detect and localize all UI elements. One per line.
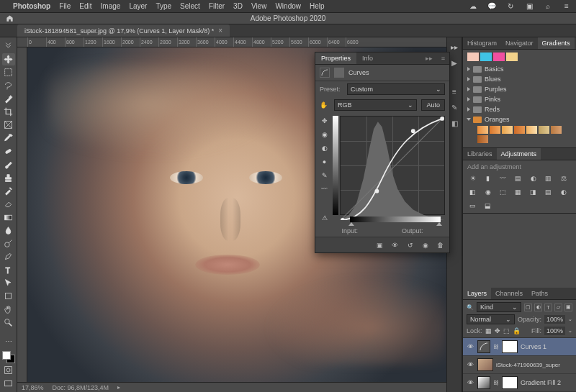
path-select-tool[interactable]	[2, 277, 15, 288]
eraser-tool[interactable]	[2, 199, 15, 210]
filter-pixel-icon[interactable]: ▢	[524, 304, 532, 311]
gradient-swatch[interactable]	[477, 135, 488, 143]
lock-artboard-icon[interactable]: ⬚	[503, 327, 510, 334]
menu-help[interactable]: Help	[310, 2, 325, 10]
layer-mask-thumbnail[interactable]	[502, 376, 518, 389]
gradient-folder-oranges[interactable]: Oranges	[467, 114, 572, 124]
gradient-swatch[interactable]	[467, 53, 479, 61]
edit-points-icon[interactable]: ✎	[320, 170, 329, 180]
gradient-swatch[interactable]	[514, 126, 525, 134]
menu-3d[interactable]: 3D	[233, 2, 243, 10]
tab-properties[interactable]: Properties	[315, 53, 356, 64]
brightness-adjustment-icon[interactable]: ☀	[467, 173, 478, 183]
colorlookup-adjustment-icon[interactable]: ▦	[513, 187, 523, 196]
threshold-adjustment-icon[interactable]: ◐	[558, 187, 569, 196]
dodge-tool[interactable]	[2, 237, 15, 249]
selectivecolor-adjustment-icon[interactable]: ⬓	[482, 201, 493, 210]
lock-pixels-icon[interactable]: ▦	[485, 327, 492, 334]
quickmask-icon[interactable]	[2, 365, 15, 376]
clip-icon[interactable]: ⚠	[320, 213, 329, 222]
home-button[interactable]	[4, 14, 14, 23]
posterize-adjustment-icon[interactable]: ▤	[543, 187, 554, 196]
menu-image[interactable]: Image	[101, 2, 121, 10]
menu-extras-icon[interactable]: ≡	[562, 2, 572, 10]
smooth-icon[interactable]: 〰	[320, 184, 329, 193]
tab-histogram[interactable]: Histogram	[463, 37, 501, 49]
heal-tool[interactable]	[2, 145, 15, 157]
menu-window[interactable]: Window	[275, 2, 301, 10]
zoom-tool[interactable]	[2, 316, 15, 328]
visibility-toggle-icon[interactable]: 👁	[466, 378, 474, 387]
link-mask-icon[interactable]: ⛓	[493, 344, 499, 350]
crop-tool[interactable]	[2, 106, 15, 117]
menu-layer[interactable]: Layer	[129, 2, 147, 10]
tab-paths[interactable]: Paths	[527, 288, 552, 299]
tab-libraries[interactable]: Libraries	[463, 148, 497, 160]
gradient-swatch[interactable]	[506, 53, 518, 61]
play-icon[interactable]: ▶	[449, 58, 459, 68]
gradient-swatch[interactable]	[477, 126, 488, 134]
frame-tool[interactable]	[2, 119, 15, 131]
input-gradient-strip[interactable]	[350, 216, 441, 222]
vibrance-adjustment-icon[interactable]: ◐	[528, 173, 539, 183]
hand-tool[interactable]	[2, 304, 15, 315]
chat-icon[interactable]: 💬	[487, 2, 497, 10]
expand-panels-icon[interactable]: ▸▸	[449, 42, 459, 52]
gradient-tool[interactable]	[2, 211, 15, 223]
brush-tool[interactable]	[2, 159, 15, 170]
bw-adjustment-icon[interactable]: ◧	[467, 187, 478, 196]
layer-name[interactable]: Gradient Fill 2	[521, 379, 561, 386]
menu-type[interactable]: Type	[156, 2, 171, 10]
layer-name[interactable]: Curves 1	[521, 343, 546, 350]
doc-size[interactable]: Doc: 96,8M/123,4M	[53, 384, 109, 391]
marquee-tool[interactable]	[2, 67, 15, 78]
sync-icon[interactable]: ↻	[505, 2, 516, 10]
layer-row[interactable]: 👁 iStock-471900639_super	[463, 356, 576, 374]
menu-select[interactable]: Select	[180, 2, 200, 10]
curves-graph[interactable]	[340, 116, 445, 215]
filter-smart-icon[interactable]: ▣	[564, 304, 572, 311]
wand-tool[interactable]	[2, 93, 15, 104]
gradient-swatch[interactable]	[490, 126, 500, 134]
zoom-level[interactable]: 17,86%	[22, 384, 44, 391]
gradient-swatch[interactable]	[526, 126, 537, 134]
document-tab[interactable]: iStock-181894581_super.jpg @ 17,9% (Curv…	[17, 24, 230, 37]
tab-channels[interactable]: Channels	[491, 288, 527, 299]
on-image-tool-icon[interactable]: ✥	[320, 116, 329, 125]
tab-navigator[interactable]: Navigator	[501, 37, 538, 49]
vertical-ruler[interactable]	[17, 47, 27, 382]
blend-mode-select[interactable]: Normal⌄	[467, 314, 515, 324]
tab-info[interactable]: Info	[356, 53, 379, 64]
foreground-background-colors[interactable]	[2, 351, 15, 363]
tab-gradients[interactable]: Gradients	[538, 37, 575, 49]
pen-tool[interactable]	[2, 251, 15, 263]
screenmode-icon[interactable]	[2, 378, 15, 389]
gradient-swatch[interactable]	[539, 126, 549, 134]
visibility-toggle-icon[interactable]: 👁	[466, 342, 474, 351]
mask-icon[interactable]	[334, 68, 344, 78]
gradient-folder-blues[interactable]: Blues	[467, 74, 572, 84]
stamp-tool[interactable]	[2, 172, 15, 183]
layer-name[interactable]: iStock-471900639_super	[496, 362, 560, 368]
filter-type-icon[interactable]: T	[544, 304, 552, 311]
layer-thumbnail[interactable]	[477, 358, 493, 371]
filter-adjustment-icon[interactable]: ◐	[534, 304, 542, 311]
tab-layers[interactable]: Layers	[463, 288, 491, 299]
notification-icon[interactable]: ▣	[524, 2, 534, 10]
toggle-visibility-icon[interactable]: ◉	[420, 240, 430, 250]
app-name-menu[interactable]: Photoshop	[13, 2, 50, 10]
gradient-folder-purples[interactable]: Purples	[467, 84, 572, 94]
menu-file[interactable]: File	[59, 2, 71, 10]
lock-position-icon[interactable]: ✥	[495, 327, 500, 334]
eyedropper-tool[interactable]	[2, 132, 15, 144]
gradient-folder-reds[interactable]: Reds	[467, 104, 572, 114]
sampler-icon[interactable]: ✋	[320, 101, 330, 109]
gray-point-icon[interactable]: ◐	[320, 143, 329, 152]
hue-adjustment-icon[interactable]: ▥	[543, 173, 554, 183]
tab-adjustments[interactable]: Adjustments	[497, 148, 541, 160]
panel-icon-1[interactable]: ≡	[449, 86, 459, 96]
gradient-swatch[interactable]	[502, 126, 513, 134]
visibility-toggle-icon[interactable]: 👁	[466, 360, 474, 369]
channel-select[interactable]: RGB⌄	[334, 99, 417, 111]
colorbalance-adjustment-icon[interactable]: ⚖	[558, 173, 569, 183]
